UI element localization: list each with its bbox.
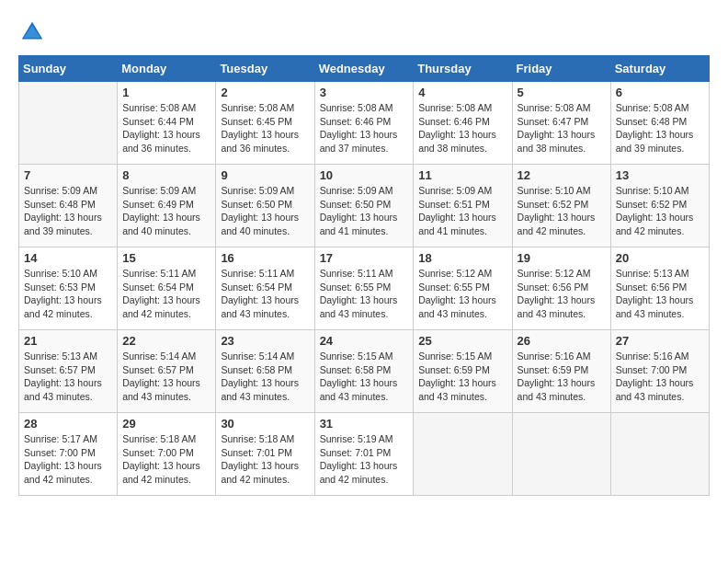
day-info: Sunrise: 5:08 AM Sunset: 6:44 PM Dayligh… <box>122 101 210 155</box>
day-info: Sunrise: 5:09 AM Sunset: 6:48 PM Dayligh… <box>24 184 112 238</box>
calendar-cell: 21Sunrise: 5:13 AM Sunset: 6:57 PM Dayli… <box>19 330 118 413</box>
day-number: 31 <box>320 417 409 431</box>
day-info: Sunrise: 5:11 AM Sunset: 6:54 PM Dayligh… <box>122 267 210 321</box>
day-info: Sunrise: 5:12 AM Sunset: 6:55 PM Dayligh… <box>418 267 506 321</box>
day-number: 14 <box>24 251 112 265</box>
calendar-week-row: 7Sunrise: 5:09 AM Sunset: 6:48 PM Daylig… <box>19 165 710 247</box>
calendar-cell: 24Sunrise: 5:15 AM Sunset: 6:58 PM Dayli… <box>314 330 414 413</box>
day-info: Sunrise: 5:13 AM Sunset: 6:56 PM Dayligh… <box>616 267 704 321</box>
calendar-cell: 14Sunrise: 5:10 AM Sunset: 6:53 PM Dayli… <box>19 247 118 330</box>
calendar-cell: 3Sunrise: 5:08 AM Sunset: 6:46 PM Daylig… <box>314 82 414 165</box>
calendar-cell: 18Sunrise: 5:12 AM Sunset: 6:55 PM Dayli… <box>414 247 512 330</box>
day-info: Sunrise: 5:11 AM Sunset: 6:54 PM Dayligh… <box>221 267 309 321</box>
day-number: 5 <box>518 86 606 99</box>
logo <box>18 18 50 46</box>
calendar-cell: 29Sunrise: 5:18 AM Sunset: 7:00 PM Dayli… <box>118 413 216 496</box>
calendar-cell: 15Sunrise: 5:11 AM Sunset: 6:54 PM Dayli… <box>118 247 216 330</box>
day-info: Sunrise: 5:11 AM Sunset: 6:55 PM Dayligh… <box>320 267 409 321</box>
day-number: 20 <box>616 251 704 265</box>
calendar-cell: 22Sunrise: 5:14 AM Sunset: 6:57 PM Dayli… <box>118 330 216 413</box>
calendar-cell: 13Sunrise: 5:10 AM Sunset: 6:52 PM Dayli… <box>610 165 709 247</box>
calendar-cell: 5Sunrise: 5:08 AM Sunset: 6:47 PM Daylig… <box>512 82 610 165</box>
logo-icon <box>18 18 46 46</box>
calendar-header-sunday: Sunday <box>19 56 118 82</box>
calendar-header-thursday: Thursday <box>414 56 512 82</box>
calendar-cell: 4Sunrise: 5:08 AM Sunset: 6:46 PM Daylig… <box>414 82 512 165</box>
calendar-cell: 17Sunrise: 5:11 AM Sunset: 6:55 PM Dayli… <box>314 247 414 330</box>
day-number: 17 <box>320 251 409 265</box>
calendar-week-row: 28Sunrise: 5:17 AM Sunset: 7:00 PM Dayli… <box>19 413 710 496</box>
day-number: 30 <box>221 417 309 431</box>
day-number: 22 <box>122 334 210 348</box>
calendar-week-row: 14Sunrise: 5:10 AM Sunset: 6:53 PM Dayli… <box>19 247 710 330</box>
calendar-cell: 1Sunrise: 5:08 AM Sunset: 6:44 PM Daylig… <box>118 82 216 165</box>
day-info: Sunrise: 5:14 AM Sunset: 6:58 PM Dayligh… <box>221 350 309 404</box>
day-info: Sunrise: 5:18 AM Sunset: 7:00 PM Dayligh… <box>122 432 210 487</box>
day-info: Sunrise: 5:16 AM Sunset: 7:00 PM Dayligh… <box>616 350 704 404</box>
day-number: 1 <box>122 86 210 99</box>
day-info: Sunrise: 5:08 AM Sunset: 6:46 PM Dayligh… <box>320 101 409 155</box>
day-number: 21 <box>24 334 112 348</box>
day-info: Sunrise: 5:18 AM Sunset: 7:01 PM Dayligh… <box>221 432 309 487</box>
day-info: Sunrise: 5:09 AM Sunset: 6:50 PM Dayligh… <box>221 184 309 238</box>
day-number: 28 <box>24 417 112 431</box>
calendar-cell: 27Sunrise: 5:16 AM Sunset: 7:00 PM Dayli… <box>610 330 709 413</box>
calendar-cell: 26Sunrise: 5:16 AM Sunset: 6:59 PM Dayli… <box>512 330 610 413</box>
calendar-cell: 6Sunrise: 5:08 AM Sunset: 6:48 PM Daylig… <box>610 82 709 165</box>
calendar-cell: 28Sunrise: 5:17 AM Sunset: 7:00 PM Dayli… <box>19 413 118 496</box>
day-number: 2 <box>221 86 309 99</box>
calendar-cell: 11Sunrise: 5:09 AM Sunset: 6:51 PM Dayli… <box>414 165 512 247</box>
calendar-week-row: 21Sunrise: 5:13 AM Sunset: 6:57 PM Dayli… <box>19 330 710 413</box>
day-number: 25 <box>418 334 506 348</box>
day-number: 6 <box>616 86 704 99</box>
day-number: 24 <box>320 334 409 348</box>
day-info: Sunrise: 5:10 AM Sunset: 6:52 PM Dayligh… <box>518 184 606 238</box>
calendar-header-friday: Friday <box>512 56 610 82</box>
calendar-header-saturday: Saturday <box>610 56 709 82</box>
calendar-cell <box>19 82 118 165</box>
day-info: Sunrise: 5:10 AM Sunset: 6:53 PM Dayligh… <box>24 267 112 321</box>
day-number: 27 <box>616 334 704 348</box>
day-info: Sunrise: 5:10 AM Sunset: 6:52 PM Dayligh… <box>616 184 704 238</box>
day-number: 16 <box>221 251 309 265</box>
calendar-cell: 25Sunrise: 5:15 AM Sunset: 6:59 PM Dayli… <box>414 330 512 413</box>
day-number: 13 <box>616 168 704 182</box>
calendar-cell: 2Sunrise: 5:08 AM Sunset: 6:45 PM Daylig… <box>216 82 314 165</box>
day-info: Sunrise: 5:15 AM Sunset: 6:58 PM Dayligh… <box>320 350 409 404</box>
day-info: Sunrise: 5:14 AM Sunset: 6:57 PM Dayligh… <box>122 350 210 404</box>
day-info: Sunrise: 5:12 AM Sunset: 6:56 PM Dayligh… <box>518 267 606 321</box>
day-info: Sunrise: 5:17 AM Sunset: 7:00 PM Dayligh… <box>24 432 112 487</box>
calendar-cell: 12Sunrise: 5:10 AM Sunset: 6:52 PM Dayli… <box>512 165 610 247</box>
calendar-header-tuesday: Tuesday <box>216 56 314 82</box>
day-number: 9 <box>221 168 309 182</box>
calendar-header-wednesday: Wednesday <box>314 56 414 82</box>
day-number: 3 <box>320 86 409 99</box>
calendar-cell: 30Sunrise: 5:18 AM Sunset: 7:01 PM Dayli… <box>216 413 314 496</box>
day-number: 12 <box>518 168 606 182</box>
day-number: 29 <box>122 417 210 431</box>
calendar-header-monday: Monday <box>118 56 216 82</box>
day-number: 23 <box>221 334 309 348</box>
calendar-cell <box>414 413 512 496</box>
day-number: 11 <box>418 168 506 182</box>
day-info: Sunrise: 5:08 AM Sunset: 6:47 PM Dayligh… <box>518 101 606 155</box>
day-info: Sunrise: 5:16 AM Sunset: 6:59 PM Dayligh… <box>518 350 606 404</box>
day-info: Sunrise: 5:09 AM Sunset: 6:51 PM Dayligh… <box>418 184 506 238</box>
calendar-cell: 20Sunrise: 5:13 AM Sunset: 6:56 PM Dayli… <box>610 247 709 330</box>
calendar-cell: 23Sunrise: 5:14 AM Sunset: 6:58 PM Dayli… <box>216 330 314 413</box>
day-info: Sunrise: 5:09 AM Sunset: 6:49 PM Dayligh… <box>122 184 210 238</box>
calendar-table: SundayMondayTuesdayWednesdayThursdayFrid… <box>18 55 710 496</box>
calendar-cell: 16Sunrise: 5:11 AM Sunset: 6:54 PM Dayli… <box>216 247 314 330</box>
day-info: Sunrise: 5:09 AM Sunset: 6:50 PM Dayligh… <box>320 184 409 238</box>
day-info: Sunrise: 5:13 AM Sunset: 6:57 PM Dayligh… <box>24 350 112 404</box>
day-info: Sunrise: 5:08 AM Sunset: 6:48 PM Dayligh… <box>616 101 704 155</box>
day-number: 7 <box>24 168 112 182</box>
calendar-cell: 19Sunrise: 5:12 AM Sunset: 6:56 PM Dayli… <box>512 247 610 330</box>
day-number: 18 <box>418 251 506 265</box>
day-info: Sunrise: 5:08 AM Sunset: 6:46 PM Dayligh… <box>418 101 506 155</box>
day-info: Sunrise: 5:08 AM Sunset: 6:45 PM Dayligh… <box>221 101 309 155</box>
calendar-cell: 8Sunrise: 5:09 AM Sunset: 6:49 PM Daylig… <box>118 165 216 247</box>
day-number: 19 <box>518 251 606 265</box>
day-number: 10 <box>320 168 409 182</box>
calendar-cell <box>512 413 610 496</box>
